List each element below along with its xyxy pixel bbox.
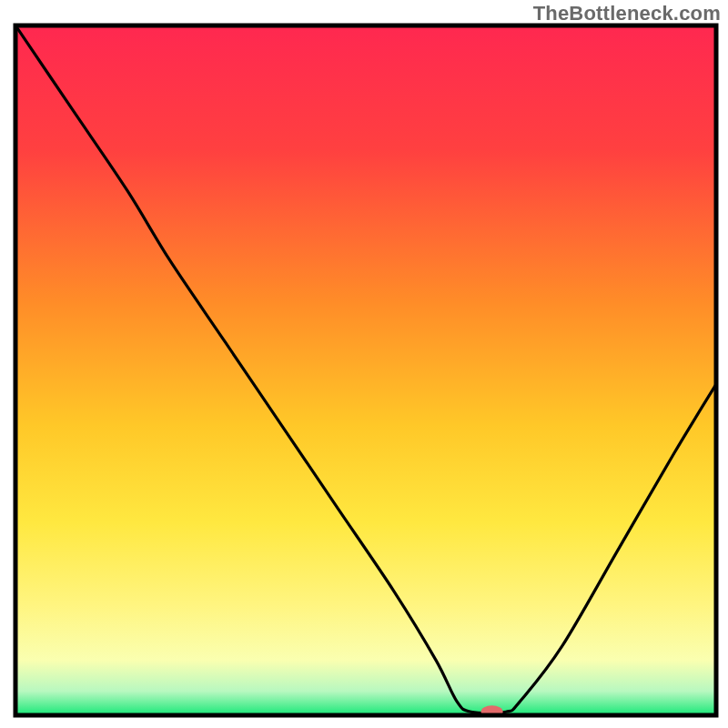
chart-svg <box>0 0 728 728</box>
bottleneck-chart: TheBottleneck.com <box>0 0 728 728</box>
watermark-label: TheBottleneck.com <box>533 2 721 25</box>
plot-background-gradient <box>15 25 716 715</box>
